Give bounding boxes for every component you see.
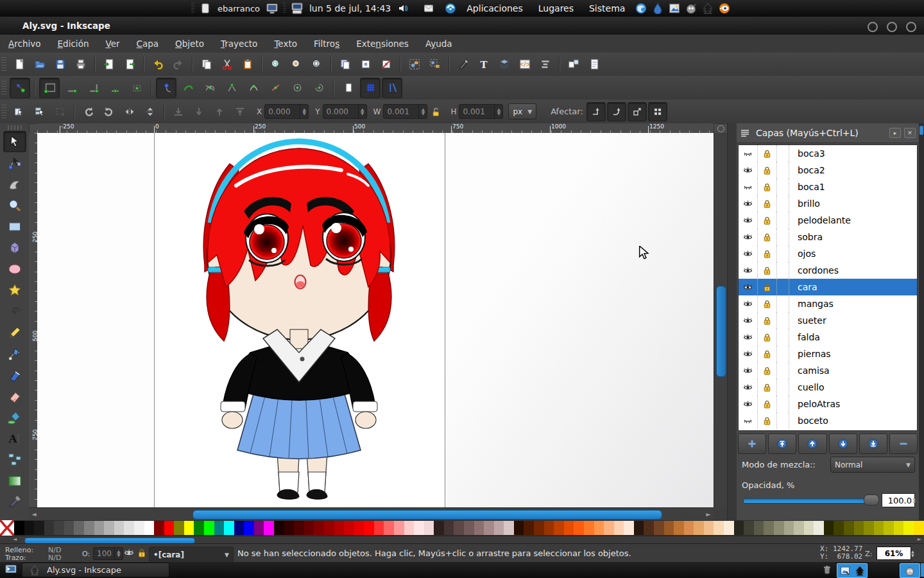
menu-texto[interactable]: Texto [266, 36, 305, 51]
layer-visibility-on-icon[interactable] [739, 279, 758, 295]
panel-scrollbar-thumb[interactable] [920, 126, 923, 135]
horizontal-ruler[interactable]: -250025050075010001250 [37, 123, 714, 134]
select-all-layers-button[interactable] [30, 102, 49, 121]
palette-swatch-14[interactable] [154, 521, 164, 535]
opacity-indicator-field[interactable]: 100▲▼ [93, 547, 123, 560]
window-maximize-button[interactable] [887, 22, 897, 32]
scroll-left-arrow[interactable]: ◄ [31, 511, 37, 518]
print-document-button[interactable] [71, 55, 90, 74]
palette-swatch-77[interactable] [784, 521, 794, 535]
x-field[interactable]: 0.000▲▼ [264, 104, 309, 119]
layer-lock-icon[interactable] [758, 245, 777, 262]
palette-swatch-38[interactable] [394, 521, 404, 535]
layer-visibility-toggle-icon[interactable] [123, 547, 135, 559]
layer-visibility-off-icon[interactable] [739, 179, 758, 195]
palette-swatch-65[interactable] [664, 521, 674, 535]
palette-swatch-40[interactable] [414, 521, 424, 535]
palette-swatch-25[interactable] [264, 521, 274, 535]
palette-swatch-49[interactable] [504, 521, 514, 535]
layer-remove-button[interactable] [889, 434, 918, 454]
window-title-bar[interactable]: Aly.svg - Inkscape [0, 17, 924, 35]
monitor2-icon[interactable] [291, 2, 304, 15]
snap-bbox-corners-button[interactable] [83, 78, 103, 98]
layer-lock-icon[interactable] [758, 295, 777, 312]
layer-lower-bottom-button[interactable] [859, 434, 887, 454]
palette-swatch-46[interactable] [474, 521, 484, 535]
palette-swatch-6[interactable] [74, 521, 84, 535]
layer-row-boceto[interactable]: boceto [739, 412, 917, 429]
star-tool-button[interactable] [3, 279, 26, 301]
rectangle-tool-button[interactable] [3, 216, 26, 237]
pencil-tool-button[interactable] [3, 322, 26, 343]
layer-visibility-on-icon[interactable] [739, 212, 758, 229]
layer-row-ojos[interactable]: ojos [739, 245, 917, 262]
y-field[interactable]: 0.000▲▼ [323, 104, 367, 119]
palette-swatch-5[interactable] [64, 521, 74, 535]
lock-width-height-icon[interactable] [429, 105, 442, 118]
palette-swatch-47[interactable] [484, 521, 494, 535]
palette-swatch-1[interactable] [24, 521, 35, 535]
layer-visibility-on-icon[interactable] [739, 312, 758, 329]
layer-raise-top-button[interactable] [768, 434, 796, 454]
layer-row-sueter[interactable]: sueter [739, 312, 917, 329]
palette-swatch-18[interactable] [194, 521, 204, 535]
palette-swatch-45[interactable] [464, 521, 474, 535]
stroke-value[interactable]: N/D [48, 554, 61, 562]
snap-smooth-nodes-button[interactable] [243, 78, 264, 98]
layer-row-pelodelante[interactable]: pelodelante [739, 212, 917, 229]
palette-scroll-right[interactable]: ► [918, 536, 921, 542]
layer-row-cordones[interactable]: cordones [739, 262, 917, 279]
palette-swatch-59[interactable] [604, 521, 614, 535]
panel-menu-aplicaciones[interactable]: Aplicaciones [466, 3, 522, 13]
palette-swatch-88[interactable] [894, 521, 904, 535]
toolbar-grip[interactable] [1, 105, 6, 119]
opacity-value-field[interactable]: 100.0 [882, 493, 915, 507]
fill-stroke-dialog-button[interactable] [454, 55, 473, 74]
inkscape-icon[interactable] [854, 565, 865, 577]
layer-visibility-on-icon[interactable] [739, 262, 758, 279]
layer-lock-icon[interactable] [758, 396, 777, 412]
palette-swatch-53[interactable] [544, 521, 554, 535]
zoom-page-button[interactable] [307, 55, 327, 74]
layer-lock-icon[interactable] [758, 279, 777, 295]
zoom-selection-button[interactable] [266, 55, 286, 74]
zoom-value-field[interactable]: 61% [877, 547, 911, 560]
layer-row-peloAtras[interactable]: peloAtras [739, 396, 917, 412]
menu-capa[interactable]: Capa [128, 36, 167, 51]
layer-lock-icon[interactable] [758, 262, 777, 279]
palette-swatch-79[interactable] [804, 521, 814, 535]
layer-row-mangas[interactable]: mangas [739, 295, 917, 312]
layer-lock-icon[interactable] [758, 346, 777, 362]
palette-swatch-4[interactable] [54, 521, 64, 535]
box3d-tool-button[interactable] [3, 237, 26, 258]
palette-swatch-0[interactable] [14, 521, 24, 535]
firefox-icon[interactable] [635, 2, 647, 15]
panel-window-button[interactable]: ebarranco [218, 4, 260, 13]
affect-pattern-button[interactable] [648, 102, 667, 121]
ungroup-objects-button[interactable] [425, 55, 445, 74]
palette-swatch-87[interactable] [884, 521, 894, 535]
palette-swatch-27[interactable] [284, 521, 295, 535]
toolbar-grip[interactable] [1, 57, 6, 71]
trash-icon[interactable] [821, 563, 834, 576]
palette-swatch-54[interactable] [554, 521, 564, 535]
palette-swatch-39[interactable] [404, 521, 415, 535]
layer-row-cuello[interactable]: cuello [739, 379, 917, 396]
snap-bbox-button[interactable] [39, 78, 60, 98]
gimp-icon[interactable] [903, 565, 916, 577]
pulse-icon[interactable] [444, 2, 457, 15]
deselect-button[interactable] [51, 102, 70, 121]
layer-row-boca2[interactable]: boca2 [739, 162, 917, 179]
palette-swatch-83[interactable] [844, 521, 854, 535]
tweak-tool-button[interactable] [3, 173, 26, 195]
layer-lock-icon[interactable] [758, 312, 777, 329]
palette-swatch-69[interactable] [704, 521, 714, 535]
opacity-slider[interactable] [743, 498, 870, 504]
palette-swatch-19[interactable] [204, 521, 214, 535]
layer-row-falda[interactable]: falda [739, 329, 917, 346]
palette-swatch-16[interactable] [174, 521, 184, 535]
opacity-slider-handle[interactable] [864, 495, 879, 505]
panel-menu-sistema[interactable]: Sistema [589, 3, 625, 13]
snap-object-centers-button[interactable] [287, 78, 307, 98]
spiral-tool-button[interactable] [3, 301, 26, 322]
